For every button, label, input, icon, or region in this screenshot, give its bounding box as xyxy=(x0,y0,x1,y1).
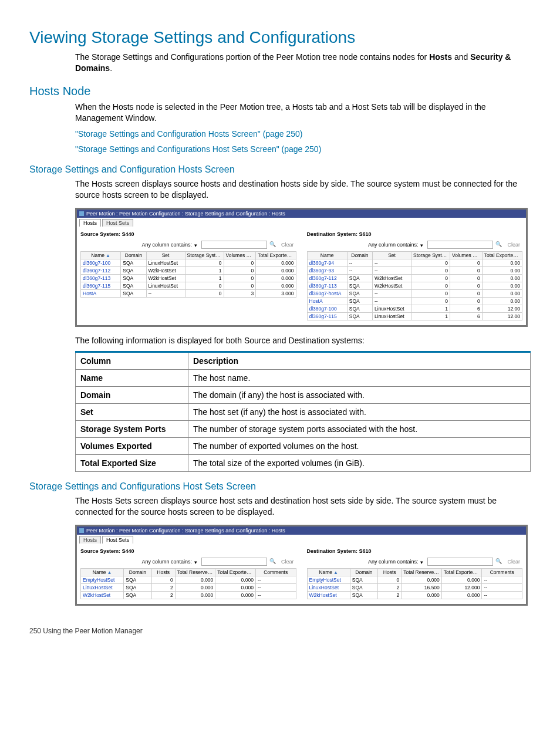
tab-hostsets[interactable]: Host Sets xyxy=(102,219,133,227)
cell-ssp: 0 xyxy=(185,290,224,298)
cell-tes: 12.000 xyxy=(441,583,482,591)
col-domain[interactable]: Domain xyxy=(121,252,146,259)
col-trs[interactable]: Total Reserved Size (GB) xyxy=(402,568,442,576)
col-name[interactable]: Name▲ xyxy=(81,568,124,576)
table-row[interactable]: dl360g7-115SQALinuxHostSet000.000 xyxy=(81,282,296,290)
filter-input[interactable] xyxy=(427,558,493,566)
col-set[interactable]: Set xyxy=(373,252,411,259)
cell-tes: 0.000 xyxy=(256,282,296,290)
cell-domain: SQA xyxy=(121,267,146,275)
cell-name[interactable]: LinuxHostSet xyxy=(81,583,124,591)
table-row[interactable]: LinuxHostSetSQA216.50012.000-- xyxy=(307,583,522,591)
cell-ve: 0 xyxy=(224,282,256,290)
cell-name[interactable]: W2kHostSet xyxy=(81,591,124,599)
col-comments[interactable]: Comments xyxy=(255,568,296,576)
filter-input[interactable] xyxy=(427,241,493,249)
col-tes[interactable]: Total Exported Size (GB) xyxy=(482,252,522,259)
col-name[interactable]: Name▲ xyxy=(81,252,121,259)
cell-name[interactable]: dl360g7-115 xyxy=(81,282,121,290)
cell-tes: 3.000 xyxy=(256,290,296,298)
dropdown-icon[interactable]: ▾ xyxy=(194,559,199,564)
search-icon[interactable]: 🔍 xyxy=(269,558,276,565)
search-icon[interactable]: 🔍 xyxy=(269,241,276,248)
cell-name[interactable]: LinuxHostSet xyxy=(307,583,350,591)
sort-asc-icon: ▲ xyxy=(106,253,110,258)
cell-domain: SQA xyxy=(121,290,146,298)
col-hosts[interactable]: Hosts xyxy=(151,568,175,576)
table-row[interactable]: HostASQA--000.00 xyxy=(307,298,522,305)
cell-name[interactable]: dl360g7-113 xyxy=(307,282,347,290)
col-domain[interactable]: Domain xyxy=(124,568,151,576)
cell-name[interactable]: EmptyHostSet xyxy=(307,576,350,583)
col-domain[interactable]: Domain xyxy=(350,568,377,576)
cell-hosts: 2 xyxy=(378,583,402,591)
filter-input[interactable] xyxy=(201,558,267,566)
table-row[interactable]: EmptyHostSetSQA00.0000.000-- xyxy=(307,576,522,583)
search-icon[interactable]: 🔍 xyxy=(495,241,502,248)
cell-tes: 0.000 xyxy=(256,259,296,267)
table-row[interactable]: W2kHostSetSQA20.0000.000-- xyxy=(81,591,296,599)
filter-input[interactable] xyxy=(201,241,267,249)
cell-name[interactable]: HostA xyxy=(81,290,121,298)
col-trs[interactable]: Total Reserved Size (GB) xyxy=(175,568,215,576)
col-tes[interactable]: Total Exported Size (GB) xyxy=(441,568,482,576)
intro-b: and xyxy=(452,52,470,62)
col-ssp[interactable]: Storage System Ports xyxy=(185,252,224,259)
link-hosts-screen[interactable]: "Storage Settings and Configuration Host… xyxy=(75,129,531,140)
col-hosts[interactable]: Hosts xyxy=(378,568,402,576)
col-ssp[interactable]: Storage System Ports xyxy=(411,252,450,259)
table-row[interactable]: dl360g7-112SQAW2kHostSet000.00 xyxy=(307,275,522,282)
clear-button[interactable]: Clear xyxy=(279,242,296,248)
cell-name[interactable]: dl360g7-113 xyxy=(81,275,121,282)
table-row[interactable]: dl360g7-115SQALinuxHostSet1612.00 xyxy=(307,313,522,320)
dropdown-icon[interactable]: ▾ xyxy=(194,242,199,247)
table-row[interactable]: dl360g7-100SQALinuxHostSet000.000 xyxy=(81,259,296,267)
col-tes[interactable]: Total Exported Size (GB) xyxy=(215,568,256,576)
search-icon[interactable]: 🔍 xyxy=(495,558,502,565)
table-row[interactable]: dl360g7-113SQAW2kHostSet100.000 xyxy=(81,275,296,282)
clear-button[interactable]: Clear xyxy=(279,559,296,565)
cell-name[interactable]: dl360g7-115 xyxy=(307,313,347,320)
dropdown-icon[interactable]: ▾ xyxy=(420,242,425,247)
col-set[interactable]: Set xyxy=(146,252,185,259)
table-row[interactable]: dl360g7-hostASQA--000.00 xyxy=(307,290,522,298)
table-row[interactable]: dl360g7-112SQAW2kHostSet100.000 xyxy=(81,267,296,275)
tab-hostsets[interactable]: Host Sets xyxy=(102,536,133,544)
table-row[interactable]: HostASQA--033.000 xyxy=(81,290,296,298)
cell-name[interactable]: dl360g7-93 xyxy=(307,267,347,275)
clear-button[interactable]: Clear xyxy=(505,559,522,565)
cell-name[interactable]: HostA xyxy=(307,298,347,305)
destination-filter-row: Any column contains: ▾ 🔍 Clear xyxy=(307,558,523,566)
table-row[interactable]: LinuxHostSetSQA20.0000.000-- xyxy=(81,583,296,591)
tab-hosts[interactable]: Hosts xyxy=(79,219,101,227)
link-hostsets-screen[interactable]: "Storage Settings and Configurations Hos… xyxy=(75,144,531,155)
cell-name[interactable]: dl360g7-94 xyxy=(307,259,347,267)
clear-button[interactable]: Clear xyxy=(505,242,522,248)
table-row[interactable]: EmptyHostSetSQA00.0000.000-- xyxy=(81,576,296,583)
cell-tes: 0.000 xyxy=(441,591,482,599)
cell-name[interactable]: dl360g7-100 xyxy=(81,259,121,267)
cell-name[interactable]: EmptyHostSet xyxy=(81,576,124,583)
col-tes[interactable]: Total Exported Size (GB) xyxy=(256,252,296,259)
page-footer: 250 Using the Peer Motion Manager xyxy=(29,627,531,635)
table-row[interactable]: dl360g7-93----000.00 xyxy=(307,267,522,275)
cell-domain: SQA xyxy=(350,583,377,591)
col-domain[interactable]: Domain xyxy=(347,252,372,259)
dropdown-icon[interactable]: ▾ xyxy=(420,559,425,564)
cell-name[interactable]: dl360g7-100 xyxy=(307,305,347,313)
col-name[interactable]: Name▲ xyxy=(307,568,350,576)
cell-name[interactable]: dl360g7-hostA xyxy=(307,290,347,298)
cell-ssp: 1 xyxy=(185,267,224,275)
cell-name[interactable]: W2kHostSet xyxy=(307,591,350,599)
cell-name[interactable]: dl360g7-112 xyxy=(81,267,121,275)
col-comments[interactable]: Comments xyxy=(482,568,522,576)
table-row[interactable]: W2kHostSetSQA20.0000.000-- xyxy=(307,591,522,599)
table-row[interactable]: dl360g7-100SQALinuxHostSet1612.00 xyxy=(307,305,522,313)
col-ve[interactable]: Volumes Exported xyxy=(450,252,483,259)
cell-name[interactable]: dl360g7-112 xyxy=(307,275,347,282)
table-row[interactable]: dl360g7-113SQAW2kHostSet000.00 xyxy=(307,282,522,290)
col-name[interactable]: Name xyxy=(307,252,347,259)
col-ve[interactable]: Volumes Exported xyxy=(224,252,256,259)
table-row[interactable]: dl360g7-94----000.00 xyxy=(307,259,522,267)
tab-hosts[interactable]: Hosts xyxy=(79,536,101,544)
